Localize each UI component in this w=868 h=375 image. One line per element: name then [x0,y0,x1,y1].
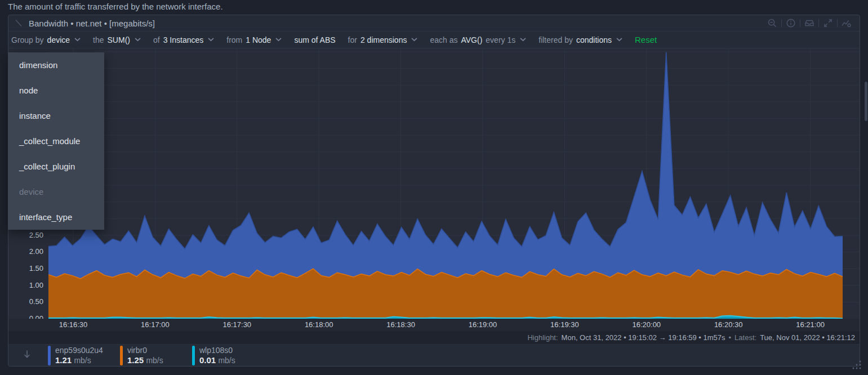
legend-color-bar [120,346,123,365]
toolbar-item-nodes[interactable]: from1 Node [226,35,282,44]
stacked-areas [48,48,843,319]
chart-plot-area[interactable]: 2.502.001.501.000.500.00 [8,48,860,319]
page-title: The amount of traffic transferred by the… [8,2,223,11]
zoom-icon[interactable] [765,17,780,29]
dropdown-item-dimension[interactable]: dimension [8,52,104,78]
dropdown-item-instance[interactable]: instance [8,103,104,128]
chart-panel: Bandwidth • net.net • [megabits/s] Group… [8,15,860,367]
chart-legend: enp59s0u2u41.21 mb/svirbr01.25 mb/swlp10… [8,344,860,366]
legend-entry-enp59s0u2u4[interactable]: enp59s0u2u41.21 mb/s [48,346,106,365]
y-tick-label: 0.50 [15,297,43,306]
latest-label: Latest: [735,333,756,342]
toolbar-value: AVG() [461,35,482,44]
toolbar-item-time-aggregate[interactable]: each asAVG()every 1s [430,35,526,44]
chart-title: Bandwidth • net.net • [megabits/s] [29,19,155,28]
x-tick-label: 16:20:30 [702,320,755,329]
legend-series-name: wlp108s0 [199,346,235,355]
icon-separator [800,19,800,27]
legend-entry-virbr0[interactable]: virbr01.25 mb/s [120,346,179,365]
toolbar-item-instances[interactable]: of3 Instances [153,35,214,44]
chart-header-icons [765,17,854,29]
x-tick-label: 16:17:30 [211,320,264,329]
reset-button[interactable]: Reset [635,35,657,44]
toolbar-item-dimensions[interactable]: for2 dimensions [348,35,418,44]
toolbar-value: sum of ABS [294,35,335,44]
toolbar-value: 2 dimensions [360,35,407,44]
chevron-down-icon [616,38,622,42]
legend-series-value: 1.21 mb/s [55,355,103,365]
legend-series-value: 0.01 mb/s [199,355,235,365]
highlight-range: Mon, Oct 31, 2022 • 19:15:02 → 19:16:59 … [562,333,725,342]
dropdown-item-_collect_plugin[interactable]: _collect_plugin [8,154,104,179]
toolbar-item-filter[interactable]: filtered byconditions [538,35,622,44]
x-tick-label: 16:19:30 [538,320,591,329]
x-tick-label: 16:20:00 [620,320,673,329]
toolbar-label: Group by [11,35,44,44]
legend-color-bar [48,346,51,365]
chevron-down-icon [520,38,526,42]
x-tick-label: 16:18:00 [292,320,345,329]
toolbar-label: for [348,35,357,44]
dropdown-item-_collect_module[interactable]: _collect_module [8,128,104,154]
chevron-down-icon [135,38,141,42]
chart-config-toolbar: Group bydevicetheSUM()of3 Instancesfrom1… [8,32,860,48]
toolbar-label: each as [430,35,457,44]
y-tick-label: 1.50 [15,264,43,273]
fullscreen-icon[interactable] [821,17,835,29]
highlight-status-row: Highlight: Mon, Oct 31, 2022 • 19:15:02 … [8,331,860,344]
separator-dot: • [729,333,732,342]
legend-series-name: virbr0 [127,346,163,355]
toolbar-value: conditions [576,35,612,44]
icon-separator [818,19,819,27]
sort-descending-icon[interactable] [23,350,31,361]
legend-color-bar [192,346,195,365]
x-axis-labels: 16:16:3016:17:0016:17:3016:18:0016:18:30… [8,319,860,331]
latest-value: Tue, Nov 01, 2022 • 16:21:12 [760,333,855,342]
legend-series-value: 1.25 mb/s [127,355,163,365]
toolbar-label: the [93,35,104,44]
chart-type-icon[interactable] [839,17,854,29]
dropdown-item-node[interactable]: node [8,78,104,103]
chevron-down-icon [411,38,417,42]
x-tick-label: 16:16:30 [47,320,100,329]
toolbar-item-aggregate[interactable]: theSUM() [93,35,141,44]
legend-entries: enp59s0u2u41.21 mb/svirbr01.25 mb/swlp10… [48,346,264,365]
diagonal-line-icon [14,19,23,28]
toolbar-label: every 1s [486,35,515,44]
x-tick-label: 16:18:30 [375,320,428,329]
dropdown-item-device: device [8,179,104,204]
chevron-down-icon [208,38,214,42]
y-tick-label: 1.00 [15,281,43,289]
legend-entry-wlp108s0[interactable]: wlp108s00.01 mb/s [192,346,251,365]
x-tick-label: 16:21:00 [784,320,837,329]
x-tick-label: 16:19:00 [456,320,509,329]
highlight-label: Highlight: [527,333,558,342]
toolbar-value: 3 Instances [163,35,204,44]
toolbar-value: 1 Node [246,35,271,44]
scrollbar-thumb[interactable] [865,82,867,121]
toolbar-item-group-by[interactable]: Group bydevice [11,35,81,44]
icon-separator [837,19,838,27]
x-tick-label: 16:17:00 [128,320,181,329]
y-tick-label: 2.50 [15,231,43,239]
y-tick-label: 0.00 [15,314,43,319]
chevron-down-icon [74,38,81,42]
toolbar-value: SUM() [108,35,130,44]
chevron-down-icon [275,38,282,42]
resize-handle-icon[interactable] [852,360,862,372]
toolbar-label: filtered by [538,35,573,44]
group-by-dropdown: dimensionnodeinstance_collect_module_col… [8,52,104,230]
toolbar-item-abs[interactable]: sum of ABS [294,35,335,44]
toolbar-label: from [226,35,242,44]
chart-header: Bandwidth • net.net • [megabits/s] [8,15,860,32]
legend-series-name: enp59s0u2u4 [55,346,103,355]
drawer-icon[interactable] [802,17,817,29]
dropdown-item-interface_type[interactable]: interface_type [8,204,104,230]
toolbar-label: of [153,35,160,44]
toolbar-value: device [47,35,70,44]
y-tick-label: 2.00 [15,247,43,256]
info-icon[interactable] [784,17,798,29]
icon-separator [781,19,782,27]
